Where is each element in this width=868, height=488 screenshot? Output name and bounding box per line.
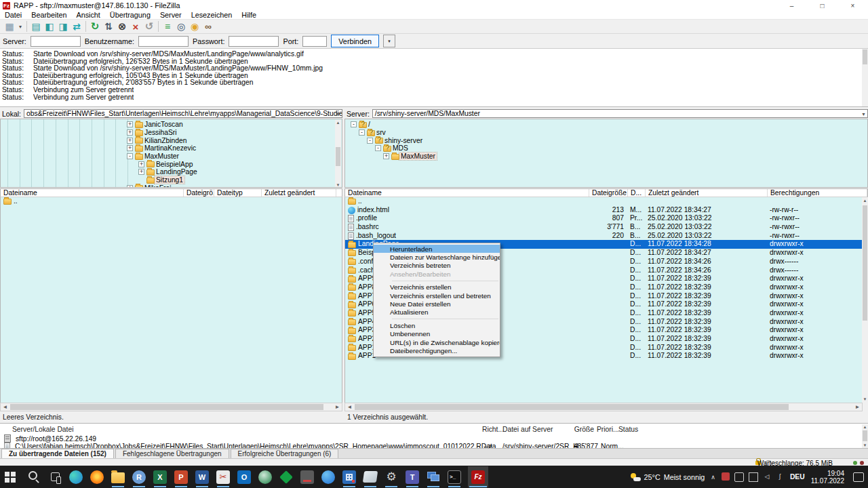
password-input[interactable] [229,36,279,47]
context-menu-item[interactable]: URL(s) in die Zwischenablage kopieren [374,338,500,346]
column-header[interactable]: Dateigröße [589,189,628,197]
column-header[interactable]: Berechtigungen [768,189,867,197]
tray-volume-icon[interactable]: ◁ [763,472,771,481]
firefox-icon[interactable] [90,466,104,487]
weather-widget[interactable]: 25°C Meist sonnig [630,473,705,481]
expander-icon[interactable] [127,145,133,151]
toolbar-icon[interactable] [26,21,27,32]
maximize-button[interactable]: □ [807,0,837,11]
notification-center-icon[interactable] [853,472,864,482]
tray-camera-icon[interactable] [734,472,744,482]
queue-col-direction[interactable]: Richt... [482,426,504,433]
rstudio-icon[interactable]: R [132,466,146,487]
menu-item[interactable]: Server [155,11,186,19]
queue-col-local[interactable]: Server/Lokale Datei [12,426,73,433]
menu-item[interactable]: Hilfe [237,11,261,19]
snipping-tool-icon[interactable]: ✂ [216,466,231,487]
teams-icon[interactable]: T [405,466,420,487]
toggle-queue[interactable]: ⇄ [70,20,83,33]
edge-icon[interactable] [68,466,83,487]
citrix-icon[interactable] [342,466,357,487]
expander-icon[interactable] [138,161,144,167]
notes-icon[interactable] [363,466,378,487]
settings-icon[interactable]: ⚙ [384,466,399,487]
reconnect[interactable]: ↺ [142,20,156,33]
local-tree-scrollbar[interactable]: ▲ ▼ [335,120,341,188]
local-tree-item[interactable]: MartinaKnezevic [127,144,335,152]
expander-icon[interactable] [367,138,373,144]
site-manager[interactable]: ▦ [3,20,16,33]
menu-item[interactable]: Bearbeiten [26,11,71,19]
search-icon[interactable] [26,466,41,487]
column-header[interactable]: Dateiname [345,189,589,197]
terminal-icon[interactable]: >_ [447,466,462,487]
tray-display-icon[interactable] [749,472,758,482]
compare[interactable]: ◎ [174,20,188,33]
remote-hscrollbar[interactable]: ◄ ► [344,403,863,411]
expander-icon[interactable] [127,153,133,159]
context-menu-item[interactable]: Verzeichnis erstellen [374,283,500,291]
language-indicator[interactable]: DEU [790,473,805,481]
toggle-local-tree[interactable]: ◧ [43,20,56,33]
globalprotect-icon[interactable] [258,466,273,487]
expander-icon[interactable] [383,153,389,159]
jabber-icon[interactable] [321,466,336,487]
site-manager-dropdown[interactable]: ▾ [16,20,24,33]
minimize-button[interactable]: – [776,0,807,11]
tray-pen-icon[interactable]: ʃ [776,472,784,481]
context-menu-item[interactable]: Aktualisieren [374,308,500,317]
sync-browse[interactable]: ◉ [188,20,201,33]
column-header[interactable]: Dateigrö... [184,189,214,197]
expander-icon[interactable] [351,121,357,127]
context-menu-item[interactable]: Umbenennen [374,330,500,338]
queue-scrollbar[interactable]: ▲ ▼ [862,424,868,448]
queue-col-size[interactable]: Größe [570,426,594,433]
disconnect[interactable]: × [129,20,142,33]
file-row[interactable]: index.html 213 M... 11.07.2022 18:34:27 … [345,206,862,215]
port-input[interactable] [302,36,327,47]
local-tree-item[interactable]: BeispielApp [138,160,335,168]
file-row[interactable]: .profile 807 Pr... 25.02.2020 13:03:22 -… [345,214,862,223]
context-menu-item[interactable]: Verzeichnis betreten [374,262,500,270]
server-input[interactable] [31,36,81,47]
toolbar-icon[interactable] [85,21,86,32]
menu-item[interactable]: Übertragung [105,11,155,19]
column-header[interactable]: Dateityp [214,189,262,197]
local-tree-item[interactable]: MikeFrei [127,184,335,188]
filezilla-icon[interactable]: Fz [468,466,488,487]
tray-badge-icon[interactable] [722,472,730,481]
queue-col-priority[interactable]: Priori... [597,426,619,433]
clock[interactable]: 19:04 11.07.2022 [811,470,844,485]
remote-path-combo[interactable]: /srv/shiny-server/MDS/MaxMuster▼ [372,109,868,118]
remote-tree-item[interactable]: MaxMuster [383,152,865,161]
start-button[interactable] [5,466,20,487]
expander-icon[interactable] [127,185,133,188]
queue-server-row[interactable]: sftp://root@165.22.26.149 [4,434,96,443]
queue-tab[interactable]: Erfolgreiche Übertragungen (6) [231,449,339,458]
chevron-down-icon[interactable]: ▼ [336,110,340,118]
column-header[interactable]: Dateiname [1,189,184,197]
local-tree-item[interactable]: JanicToscan [127,121,335,129]
local-tree-item[interactable]: MaxMuster [127,152,335,161]
powerpoint-icon[interactable]: P [174,466,189,487]
context-menu-item[interactable]: Herunterladen [374,245,500,253]
excel-icon[interactable]: X [153,466,167,487]
cancel[interactable]: ⊗ [115,20,129,33]
remote-list-scrollbar[interactable]: ▲ ▼ [862,197,868,403]
toggle-log[interactable]: ▤ [29,20,43,33]
file-row[interactable]: .. [1,197,342,206]
connect-button[interactable]: Verbinden [331,35,379,47]
menu-item[interactable]: Datei [0,11,26,19]
file-row[interactable]: .. [345,197,862,206]
local-path-combo[interactable]: obs&Freizeit\FHNW\Files_Start\Unterlagen… [24,109,342,118]
expander-icon[interactable] [127,129,133,136]
phone-app-icon[interactable] [300,466,315,487]
close-button[interactable]: × [837,0,868,11]
username-input[interactable] [138,36,189,47]
queue-file-row[interactable]: C:\Users\fabian.heimsch\Dropbox\Jobs&Fre… [4,443,860,448]
word-icon[interactable]: W [195,466,210,487]
context-menu-item[interactable]: Dateiberechtigungen... [374,346,500,354]
find[interactable]: ∞ [201,20,215,33]
context-menu-item[interactable] [392,281,498,281]
expander-icon[interactable] [138,169,144,175]
